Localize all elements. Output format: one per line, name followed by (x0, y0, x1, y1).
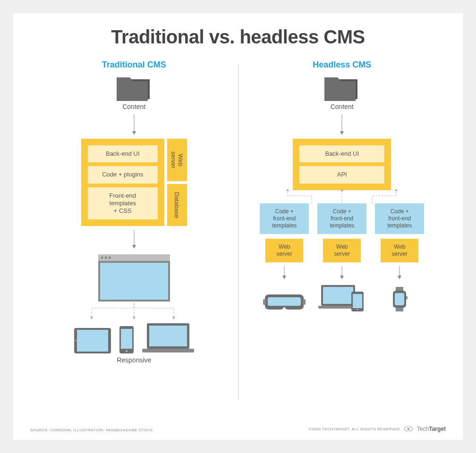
svg-line-57 (411, 426, 412, 426)
svg-marker-29 (340, 131, 344, 135)
dashed-connectors (73, 303, 196, 319)
frontend-templates-box: Front-end templates + CSS (88, 187, 158, 220)
tablet-icon (74, 328, 111, 353)
svg-marker-15 (172, 317, 175, 319)
arrow-icon (131, 230, 137, 249)
svg-line-55 (405, 426, 406, 426)
backend-ui-box: Back-end UI (88, 145, 158, 162)
svg-rect-52 (406, 296, 408, 299)
folder-icon (116, 75, 153, 101)
web-server-box: Web server (381, 239, 418, 262)
svg-rect-26 (324, 81, 356, 101)
dashed-connectors (260, 189, 424, 203)
channel-1: Code + front-end templates Web server (260, 203, 309, 311)
svg-marker-30 (286, 189, 289, 191)
cms-monolith-box: Back-end UI Code + plugins Front-end tem… (81, 139, 164, 226)
web-server-box: Web server (265, 239, 303, 262)
frontend-template-box: Code + front-end templates (317, 203, 366, 234)
svg-rect-24 (142, 349, 194, 352)
frontend-template-box: Code + front-end templates (260, 203, 309, 234)
footer: SOURCE: COREDNA; ILLUSTRATION: VASABII/A… (30, 426, 446, 432)
svg-rect-12 (100, 263, 168, 300)
svg-marker-39 (340, 276, 344, 279)
arrow-icon (339, 266, 345, 279)
side-stack: Web server Database (167, 139, 187, 226)
arrow-icon (131, 114, 137, 135)
headless-column: Headless CMS Content Back-end UI API (238, 60, 446, 400)
eye-icon (404, 426, 413, 432)
svg-point-10 (104, 257, 107, 259)
columns: Traditional CMS Content Back-end UI Code… (30, 60, 446, 400)
web-server-box: Web server (167, 139, 187, 181)
code-plugins-box: Code + plugins (88, 166, 158, 183)
source-credit: SOURCE: COREDNA; ILLUSTRATION: VASABII/A… (30, 428, 153, 432)
frontend-template-box: Code + front-end templates (375, 203, 424, 234)
svg-marker-47 (398, 276, 401, 279)
svg-rect-51 (395, 293, 404, 305)
svg-marker-34 (282, 276, 286, 279)
content-label: Content (331, 103, 354, 110)
svg-rect-1 (117, 81, 148, 101)
techtarget-logo: TechTarget (417, 426, 446, 432)
svg-marker-31 (340, 189, 343, 191)
database-box: Database (167, 184, 187, 226)
browser-window-icon (98, 254, 170, 303)
svg-marker-4 (132, 131, 136, 135)
phone-icon (119, 326, 134, 353)
traditional-stack: Back-end UI Code + plugins Front-end tem… (81, 139, 187, 226)
api-box: API (299, 166, 384, 183)
svg-rect-35 (268, 297, 301, 306)
channel-3: Code + front-end templates Web server (375, 203, 424, 311)
svg-rect-41 (323, 287, 353, 304)
copyright: ©2020 TECHTARGET, ALL RIGHTS RESERVED (308, 427, 400, 431)
svg-marker-27 (324, 77, 340, 81)
smartwatch-icon (389, 287, 410, 311)
folder-icon (323, 75, 360, 101)
svg-point-45 (357, 309, 358, 310)
laptop-icon (142, 323, 194, 353)
svg-marker-6 (132, 245, 136, 249)
svg-marker-32 (395, 189, 398, 191)
channels-row: Code + front-end templates Web server Co… (260, 203, 424, 311)
arrow-icon (281, 266, 287, 279)
laptop-phone-icon (318, 285, 366, 311)
svg-marker-2 (117, 77, 133, 81)
svg-rect-20 (121, 329, 132, 349)
svg-point-21 (126, 350, 128, 352)
headless-heading: Headless CMS (313, 60, 371, 70)
svg-rect-37 (303, 299, 306, 305)
svg-rect-23 (149, 326, 187, 346)
headless-backend-box: Back-end UI API (293, 139, 391, 190)
traditional-heading: Traditional CMS (102, 60, 166, 70)
diagram-title: Traditional vs. headless CMS (30, 26, 446, 48)
svg-marker-13 (90, 317, 93, 319)
traditional-column: Traditional CMS Content Back-end UI Code… (30, 60, 238, 400)
backend-ui-box: Back-end UI (299, 145, 384, 162)
svg-point-9 (101, 257, 103, 259)
channel-2: Code + front-end templates Web server (317, 203, 366, 311)
arrow-icon (339, 114, 345, 135)
diagram-card: Traditional vs. headless CMS Traditional… (13, 13, 463, 440)
svg-point-18 (75, 340, 76, 342)
responsive-devices (74, 323, 194, 353)
svg-rect-17 (77, 330, 108, 352)
svg-marker-14 (133, 317, 136, 319)
arrow-icon (397, 266, 402, 279)
svg-rect-44 (353, 294, 362, 308)
svg-point-54 (407, 428, 409, 430)
content-label: Content (122, 103, 145, 110)
vr-headset-icon (263, 293, 306, 311)
svg-point-11 (108, 257, 110, 259)
responsive-label: Responsive (117, 356, 151, 364)
web-server-box: Web server (323, 239, 361, 262)
svg-rect-36 (263, 299, 266, 305)
